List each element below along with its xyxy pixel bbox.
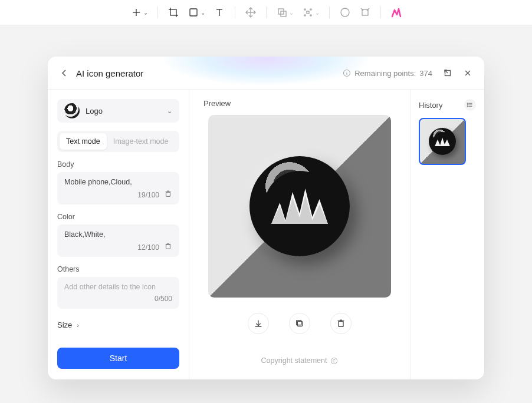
body-label: Body <box>57 160 179 169</box>
tab-image-text-mode[interactable]: Image-text mode <box>107 133 175 150</box>
popout-button[interactable] <box>443 68 452 78</box>
center-panel: Preview <box>189 90 411 379</box>
svg-point-44 <box>467 104 468 105</box>
copyright-label: Copyright statement <box>261 356 327 365</box>
download-button[interactable] <box>248 313 269 334</box>
plus-icon <box>130 6 142 18</box>
ai-icon <box>390 6 402 18</box>
chevron-left-icon <box>60 69 68 77</box>
svg-point-39 <box>331 358 337 364</box>
close-button[interactable] <box>463 68 472 78</box>
style-select[interactable]: Logo ⌄ <box>57 99 179 123</box>
modal-header: AI icon generator Remaining points: 374 <box>48 57 484 90</box>
chevron-down-icon: ⌄ <box>289 9 294 16</box>
style-avatar-icon <box>64 103 80 118</box>
body-clear-button[interactable] <box>164 190 172 200</box>
tab-text-mode[interactable]: Text mode <box>60 133 107 150</box>
preview-actions <box>248 313 352 334</box>
history-thumb-artwork <box>433 132 452 151</box>
toolbar-boolean[interactable]: ⌄ <box>276 6 294 18</box>
others-input[interactable]: Add other details to the icon 0/500 <box>57 277 179 309</box>
toolbar-text[interactable] <box>214 6 225 18</box>
chevron-down-icon: ⌄ <box>315 9 320 16</box>
style-select-label: Logo <box>86 107 103 115</box>
distribute-icon <box>302 6 314 18</box>
color-clear-button[interactable] <box>164 242 172 252</box>
mode-tabs: Text mode Image-text mode <box>57 131 179 152</box>
color-char-count: 12/100 <box>137 243 159 252</box>
left-panel: Logo ⌄ Text mode Image-text mode Body Mo… <box>48 90 189 379</box>
history-label: History <box>419 101 442 110</box>
chevron-down-icon: ⌄ <box>143 9 148 16</box>
info-icon <box>343 69 351 77</box>
start-button[interactable]: Start <box>57 348 179 369</box>
preview-image <box>208 115 391 298</box>
toolbar-plus[interactable]: ⌄ <box>130 6 148 18</box>
download-icon <box>253 318 264 329</box>
remaining-points-value: 374 <box>419 69 432 78</box>
size-toggle[interactable]: Size › <box>57 321 179 329</box>
toolbar-ai[interactable] <box>390 6 402 18</box>
crop-icon <box>168 6 179 18</box>
right-panel: History <box>411 90 484 379</box>
remaining-points: Remaining points: 374 <box>343 69 432 78</box>
svg-point-13 <box>310 9 311 10</box>
top-toolbar: ⌄ ⌄ ⌄ ⌄ <box>0 0 532 25</box>
size-label: Size <box>57 321 72 329</box>
svg-rect-28 <box>166 192 170 196</box>
svg-point-45 <box>467 106 468 107</box>
boolean-icon <box>276 6 288 18</box>
delete-button[interactable] <box>330 313 352 334</box>
chevron-down-icon: ⌄ <box>167 107 172 115</box>
body-input[interactable]: Mobile phone,Cloud, 19/100 <box>57 172 179 204</box>
back-button[interactable] <box>60 68 69 78</box>
toolbar-transform[interactable] <box>359 6 371 18</box>
toolbar-ellipse[interactable] <box>339 6 351 18</box>
others-char-count: 0/500 <box>155 295 172 303</box>
transform-icon <box>359 6 371 18</box>
copy-icon <box>294 318 305 329</box>
others-label: Others <box>57 265 179 273</box>
history-thumb-disc <box>429 128 456 155</box>
preview-artwork <box>264 171 335 242</box>
toolbar-rectangle[interactable]: ⌄ <box>188 6 205 18</box>
move-icon <box>245 6 257 18</box>
body-char-count: 19/100 <box>137 191 159 199</box>
svg-rect-31 <box>166 245 170 249</box>
chevron-right-icon: › <box>77 322 79 329</box>
ai-icon-generator-modal: AI icon generator Remaining points: 374 … <box>48 57 484 379</box>
body-input-value: Mobile phone,Cloud, <box>64 178 172 187</box>
toolbar-move[interactable] <box>245 6 257 18</box>
history-view-toggle[interactable] <box>464 99 476 111</box>
color-field-group: Color Black,White, 12/100 <box>57 213 179 257</box>
chevron-down-icon: ⌄ <box>201 9 205 16</box>
others-placeholder: Add other details to the icon <box>64 283 172 292</box>
copyright-icon <box>330 357 338 365</box>
color-input[interactable]: Black,White, 12/100 <box>57 224 179 257</box>
close-icon <box>464 69 472 77</box>
svg-point-17 <box>341 8 349 16</box>
toolbar-divider <box>157 6 158 18</box>
toolbar-divider <box>235 6 235 18</box>
svg-rect-7 <box>190 9 197 16</box>
toolbar-divider <box>380 6 381 18</box>
svg-point-43 <box>467 103 468 104</box>
toolbar-crop[interactable] <box>168 6 179 18</box>
toolbar-divider <box>266 6 267 18</box>
toolbar-divider <box>329 6 330 18</box>
copy-button[interactable] <box>289 313 310 334</box>
list-icon <box>467 101 474 108</box>
history-item-1[interactable] <box>419 118 466 165</box>
svg-point-12 <box>304 9 305 10</box>
toolbar-distribute[interactable]: ⌄ <box>302 6 320 18</box>
others-field-group: Others Add other details to the icon 0/5… <box>57 265 179 309</box>
svg-rect-36 <box>339 321 343 326</box>
ellipse-icon <box>339 6 351 18</box>
preview-label: Preview <box>203 99 231 108</box>
copyright-row[interactable]: Copyright statement <box>261 356 339 365</box>
trash-icon <box>164 242 172 250</box>
popout-icon <box>444 69 452 77</box>
svg-point-14 <box>304 15 305 16</box>
body-field-group: Body Mobile phone,Cloud, 19/100 <box>57 160 179 204</box>
trash-icon <box>336 318 346 329</box>
